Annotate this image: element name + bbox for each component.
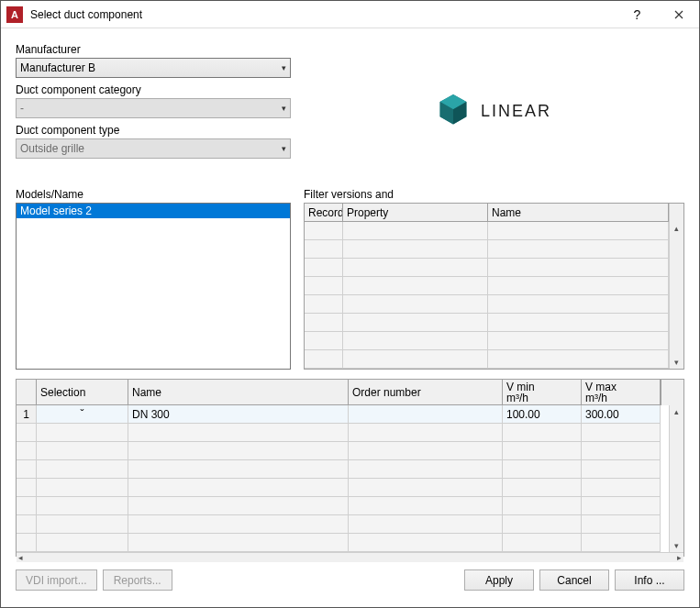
spec-header-corner [17,380,37,405]
category-label: Duct component category [16,83,291,96]
window-title: Select duct component [30,8,617,21]
left-column: Manufacturer Manufacturer B ▾ Duct compo… [16,39,291,182]
manufacturer-combo[interactable]: Manufacturer B ▾ [16,58,291,78]
reports-button: Reports... [103,569,172,591]
row-selection[interactable]: ˇ [37,405,128,424]
scroll-down-icon[interactable]: ▾ [674,539,679,552]
scroll-up-icon[interactable]: ▴ [674,405,679,418]
filter-scroll-corner [669,204,683,222]
models-label: Models/Name [16,188,291,201]
scroll-down-icon[interactable]: ▾ [674,356,679,369]
close-button[interactable] [658,1,699,28]
spec-scrollbar-horizontal[interactable]: ◂ ▸ [17,552,683,562]
category-combo: - ▾ [16,98,291,118]
models-column: Models/Name Model series 2 [16,184,291,370]
manufacturer-value: Manufacturer B [20,61,95,74]
scroll-right-icon[interactable]: ▸ [677,553,682,562]
manufacturer-label: Manufacturer [16,43,291,56]
button-row: VDI import... Reports... Apply Cancel In… [16,569,684,591]
filter-scrollbar[interactable]: ▴ ▾ [669,222,683,369]
spec-header-selection[interactable]: Selection [37,380,128,405]
filter-title: Filter versions and [304,188,684,201]
titlebar: A Select duct component ? [1,1,699,28]
spec-scroll-corner [661,380,675,405]
list-item[interactable]: Model series 2 [17,204,290,218]
vdi-import-button: VDI import... [16,569,97,591]
row-vmax: 300.00 [582,405,661,424]
type-combo: Outside grille ▾ [16,138,291,159]
category-value: - [20,102,24,115]
close-icon [674,10,683,19]
upper-row: Manufacturer Manufacturer B ▾ Duct compo… [16,39,684,182]
apply-button[interactable]: Apply [464,569,534,591]
app-icon: A [6,6,23,23]
chevron-down-icon: ▾ [282,144,286,153]
chevron-down-icon: ▾ [282,104,286,113]
brand-logo-icon [437,93,470,129]
filter-grid: Record Property Name [304,203,684,370]
mid-row: Models/Name Model series 2 Filter versio… [16,184,684,370]
spec-rows[interactable]: 1 ˇ DN 300 100.00 300.00 [17,405,669,552]
type-value: Outside grille [20,142,84,155]
spec-header-vmin[interactable]: V min m³/h [503,380,582,405]
spec-scrollbar-vertical[interactable]: ▴ ▾ [669,405,683,552]
scroll-up-icon[interactable]: ▴ [674,222,679,235]
spec-header-order[interactable]: Order number [349,380,503,405]
table-row[interactable]: 1 ˇ DN 300 100.00 300.00 [17,405,669,424]
cancel-button[interactable]: Cancel [539,569,609,591]
filter-header-property[interactable]: Property [343,204,488,222]
filter-column: Filter versions and Record Property Name [304,184,684,370]
preview-pane: LINEAR [304,39,684,182]
info-button[interactable]: Info ... [615,569,684,591]
row-vmin: 100.00 [503,405,582,424]
models-listbox[interactable]: Model series 2 [16,203,291,370]
help-button[interactable]: ? [617,1,658,28]
row-index: 1 [17,405,37,424]
spec-grid: Selection Name Order number V min m³/h V… [16,379,684,557]
spec-header-vmax[interactable]: V max m³/h [582,380,661,405]
content-area: Manufacturer Manufacturer B ▾ Duct compo… [1,28,699,607]
row-order [349,405,503,424]
filter-header-name[interactable]: Name [488,204,669,222]
filter-rows[interactable] [305,222,669,369]
filter-header-record[interactable]: Record [305,204,343,222]
scroll-left-icon[interactable]: ◂ [18,553,23,562]
row-name: DN 300 [128,405,349,424]
brand-logo-text: LINEAR [481,102,551,121]
chevron-down-icon: ▾ [282,63,286,72]
spec-header-name[interactable]: Name [128,380,349,405]
type-label: Duct component type [16,124,291,137]
